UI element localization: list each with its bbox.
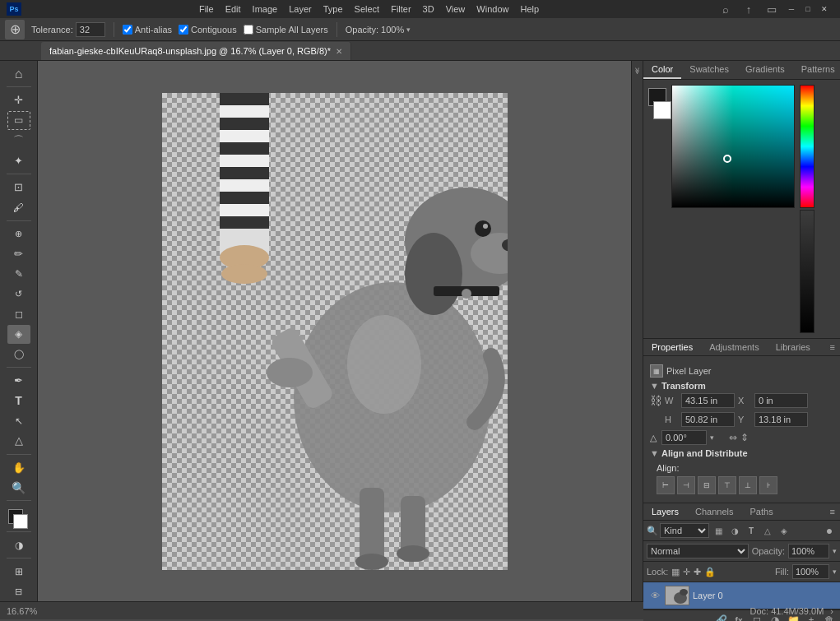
tool-brush[interactable]: ✏ (7, 244, 30, 263)
tab-libraries[interactable]: Libraries (768, 339, 819, 355)
tab-patterns[interactable]: Patterns (793, 61, 840, 79)
filter-toggle[interactable]: ● (822, 523, 837, 538)
lock-all-icon[interactable]: 🔒 (704, 567, 716, 577)
align-center-h[interactable]: ⊣ (677, 476, 695, 494)
flip-h-icon[interactable]: ⇔ (729, 432, 737, 443)
tolerance-input[interactable] (76, 22, 105, 37)
tab-swatches[interactable]: Swatches (681, 61, 737, 79)
x-input[interactable] (754, 393, 808, 408)
kind-select[interactable]: Kind (660, 523, 709, 538)
close-button[interactable]: ✕ (819, 3, 830, 15)
tool-pen[interactable]: ✒ (7, 371, 30, 390)
menu-help[interactable]: Help (515, 2, 544, 16)
transform-section[interactable]: ▼ Transform (650, 381, 833, 391)
align-center-v[interactable]: ⊥ (739, 476, 757, 494)
align-bottom-edge[interactable]: ⊦ (759, 476, 777, 494)
tool-spot-healing[interactable]: ⊕ (7, 225, 30, 243)
workspace-icon[interactable]: ▭ (763, 0, 781, 18)
document-tab[interactable]: fabian-gieske-cbIKeuURaq8-unsplash.jpg @… (41, 42, 351, 60)
width-input[interactable] (681, 393, 735, 408)
properties-menu[interactable]: ≡ (825, 339, 840, 355)
layer-visibility-toggle[interactable]: 👁 (648, 591, 661, 600)
tool-eyedropper[interactable]: 🖋 (7, 197, 30, 216)
bg-color-swatch[interactable] (13, 514, 28, 529)
tool-dodge[interactable]: ◯ (7, 345, 30, 364)
align-left-edge[interactable]: ⊢ (657, 476, 675, 494)
tool-clone-stamp[interactable]: ✎ (7, 264, 30, 283)
layers-panel-menu[interactable]: ≡ (825, 503, 840, 520)
tool-gradient[interactable]: ◈ (7, 325, 30, 344)
minimize-button[interactable]: ─ (786, 3, 797, 15)
lock-position-icon[interactable]: ✛ (683, 567, 690, 577)
menu-select[interactable]: Select (350, 2, 385, 16)
tool-quick-mask[interactable]: ◑ (7, 535, 30, 554)
contiguous-checkbox[interactable] (179, 25, 188, 35)
tab-layers[interactable]: Layers (643, 503, 687, 520)
restore-button[interactable]: □ (802, 3, 814, 15)
sample-all-checkbox[interactable] (244, 25, 253, 35)
align-top-edge[interactable]: ⊤ (718, 476, 736, 494)
menu-type[interactable]: Type (318, 2, 348, 16)
opacity-chevron[interactable]: ▾ (406, 25, 411, 34)
tab-gradients[interactable]: Gradients (737, 61, 793, 79)
tool-home[interactable]: ⌂ (7, 64, 30, 83)
lock-artboards-icon[interactable]: ✚ (694, 567, 701, 577)
filter-pixel-icon[interactable]: ▦ (711, 523, 726, 538)
tool-move[interactable]: ✛ (7, 90, 30, 109)
hue-slider[interactable] (800, 85, 814, 208)
fill-value-input[interactable] (792, 564, 829, 579)
antialias-group[interactable]: Anti-alias (123, 25, 172, 35)
tab-channels[interactable]: Channels (687, 503, 741, 520)
blend-mode-select[interactable]: Normal Multiply Screen (647, 544, 749, 558)
background-color[interactable] (653, 101, 671, 119)
tool-path-select[interactable]: ↖ (7, 411, 30, 430)
align-right-edge[interactable]: ⊟ (698, 476, 716, 494)
contiguous-group[interactable]: Contiguous (179, 25, 237, 35)
tool-crop[interactable]: ⊡ (7, 178, 30, 197)
angle-chevron[interactable]: ▾ (710, 433, 714, 442)
fg-bg-colors[interactable] (5, 506, 33, 526)
lock-pixels-icon[interactable]: ▦ (671, 567, 680, 577)
delete-layer-button[interactable]: 🗑 (822, 613, 837, 621)
opacity-value-input[interactable] (788, 544, 829, 558)
flip-v-icon[interactable]: ⇕ (740, 432, 749, 443)
y-input[interactable] (754, 412, 808, 427)
tab-adjustments[interactable]: Adjustments (701, 339, 768, 355)
antialias-checkbox[interactable] (123, 25, 132, 35)
menu-image[interactable]: Image (248, 2, 283, 16)
filter-shape-icon[interactable]: △ (760, 523, 775, 538)
tool-lasso[interactable]: ⌒ (7, 131, 30, 150)
tool-type[interactable]: T (7, 392, 30, 410)
menu-filter[interactable]: Filter (386, 2, 415, 16)
align-collapse-icon[interactable]: ▼ (650, 448, 658, 458)
tool-eraser[interactable]: ◻ (7, 304, 30, 323)
alpha-slider[interactable] (800, 210, 814, 333)
menu-view[interactable]: View (441, 2, 471, 16)
filter-adj-icon[interactable]: ◑ (727, 523, 742, 538)
tool-zoom[interactable]: 🔍 (7, 478, 30, 497)
angle-input[interactable] (661, 430, 707, 445)
canvas-area[interactable] (38, 61, 631, 601)
transform-collapse-icon[interactable]: ▼ (650, 381, 658, 391)
menu-edit[interactable]: Edit (220, 2, 246, 16)
tab-paths[interactable]: Paths (742, 503, 782, 520)
align-section[interactable]: ▼ Align and Distribute (650, 448, 833, 458)
share-icon[interactable]: ↑ (740, 0, 758, 18)
status-arrow[interactable]: › (830, 606, 833, 616)
right-panel-collapse[interactable]: ≫ (631, 61, 643, 601)
menu-3d[interactable]: 3D (418, 2, 439, 16)
tool-shape[interactable]: △ (7, 431, 30, 450)
chain-icon[interactable]: ⛓ (650, 392, 661, 409)
filter-smartobj-icon[interactable]: ◈ (777, 523, 791, 538)
fill-chevron[interactable]: ▾ (833, 568, 837, 576)
tool-hand[interactable]: ✋ (7, 458, 30, 477)
menu-layer[interactable]: Layer (284, 2, 317, 16)
filter-type-icon[interactable]: T (744, 523, 759, 538)
tool-rectangle-select[interactable]: ▭ (7, 111, 30, 131)
opacity-chevron2[interactable]: ▾ (833, 547, 837, 555)
tool-history-brush[interactable]: ↺ (7, 285, 30, 304)
color-spectrum[interactable] (671, 85, 795, 208)
tab-color[interactable]: Color (643, 61, 681, 79)
search-icon[interactable]: ⌕ (717, 0, 735, 18)
tab-properties[interactable]: Properties (643, 339, 701, 355)
